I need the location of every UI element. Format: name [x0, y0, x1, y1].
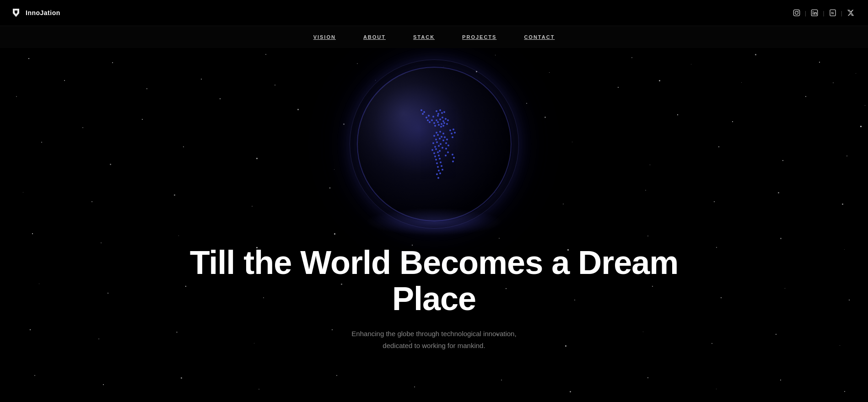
notion-icon[interactable]: N: [826, 6, 839, 19]
svg-point-3: [795, 11, 798, 15]
hero-subtitle: Enhancing the globe through technologica…: [351, 328, 516, 351]
nav-item-about[interactable]: ABOUT: [363, 34, 386, 40]
divider-1: |: [805, 10, 806, 16]
linkedin-icon[interactable]: [808, 6, 821, 19]
divider-2: |: [823, 10, 824, 16]
nav-item-stack[interactable]: STACK: [413, 34, 435, 40]
nav-item-contact[interactable]: CONTACT: [524, 34, 555, 40]
social-icons-bar: | | N |: [790, 6, 857, 19]
x-twitter-icon[interactable]: [844, 6, 857, 19]
hero-subtitle-line2: dedicated to working for mankind.: [383, 342, 485, 349]
logo-icon: [11, 8, 21, 18]
nav-bar: VISION ABOUT STACK PROJECTS CONTACT: [0, 26, 868, 48]
svg-rect-2: [793, 10, 799, 16]
logo-area: InnoJation: [11, 8, 60, 18]
hero-title: Till the World Becomes a Dream Place: [183, 245, 686, 317]
globe-container: [356, 66, 512, 222]
svg-text:N: N: [831, 11, 833, 15]
instagram-icon[interactable]: [790, 6, 803, 19]
divider-3: |: [841, 10, 842, 16]
hero-subtitle-line1: Enhancing the globe through technologica…: [351, 330, 516, 338]
svg-rect-6: [813, 12, 814, 15]
globe-ring: [350, 59, 519, 229]
svg-point-7: [813, 11, 814, 12]
top-bar: InnoJation | | N: [0, 0, 868, 26]
globe-glow: [366, 208, 503, 236]
brand-name: InnoJation: [26, 9, 60, 16]
hero-section: Till the World Becomes a Dream Place Enh…: [0, 48, 868, 377]
nav-item-vision[interactable]: VISION: [313, 34, 336, 40]
svg-point-4: [798, 11, 799, 12]
nav-item-projects[interactable]: PROJECTS: [462, 34, 496, 40]
